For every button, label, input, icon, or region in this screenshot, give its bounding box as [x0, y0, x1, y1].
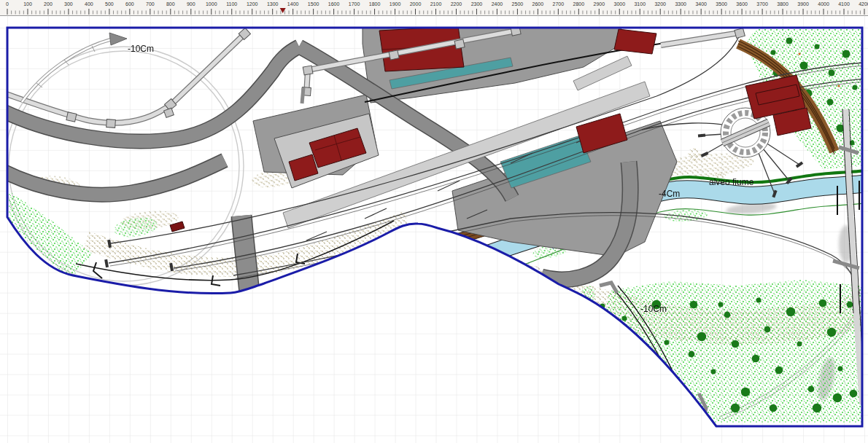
svg-text:2800: 2800 — [573, 1, 585, 7]
svg-text:2900: 2900 — [594, 1, 605, 7]
svg-text:2700: 2700 — [553, 1, 565, 7]
svg-text:2300: 2300 — [471, 1, 483, 7]
svg-text:3900: 3900 — [797, 1, 809, 7]
height-label-lower-right: -10Cm — [640, 304, 667, 314]
svg-text:3000: 3000 — [613, 1, 625, 7]
svg-text:2400: 2400 — [492, 1, 503, 7]
river-name-label: alveo fiume — [709, 177, 754, 187]
svg-text:3500: 3500 — [716, 1, 727, 7]
river-depth-label: -4Cm — [659, 189, 680, 199]
svg-text:4200: 4200 — [859, 1, 868, 7]
svg-text:1900: 1900 — [390, 1, 401, 7]
svg-text:700: 700 — [146, 1, 155, 7]
svg-text:300: 300 — [64, 1, 73, 7]
svg-text:4100: 4100 — [838, 1, 850, 7]
svg-text:1500: 1500 — [308, 1, 319, 7]
svg-text:1300: 1300 — [267, 1, 279, 7]
svg-text:3600: 3600 — [736, 1, 748, 7]
svg-text:3700: 3700 — [756, 1, 768, 7]
svg-text:3100: 3100 — [634, 1, 646, 7]
svg-text:1400: 1400 — [287, 1, 299, 7]
svg-text:2000: 2000 — [410, 1, 422, 7]
svg-text:2200: 2200 — [451, 1, 462, 7]
svg-text:800: 800 — [166, 1, 175, 7]
svg-text:1000: 1000 — [206, 1, 217, 7]
height-label-upper-left: -10Cm — [128, 44, 154, 54]
svg-text:1700: 1700 — [349, 1, 360, 7]
svg-text:200: 200 — [44, 1, 53, 7]
horizontal-ruler[interactable]: 0100200300400500600700800900100011001200… — [0, 0, 868, 16]
svg-text:3200: 3200 — [654, 1, 666, 7]
svg-text:100: 100 — [23, 1, 32, 7]
small-building-top-right — [614, 29, 656, 54]
svg-text:2500: 2500 — [512, 1, 524, 7]
svg-text:1600: 1600 — [328, 1, 340, 7]
svg-text:900: 900 — [187, 1, 195, 7]
svg-text:1100: 1100 — [226, 1, 237, 7]
svg-text:0: 0 — [6, 1, 9, 7]
svg-text:400: 400 — [85, 1, 93, 7]
svg-text:600: 600 — [125, 1, 134, 7]
svg-text:500: 500 — [105, 1, 114, 7]
svg-text:3400: 3400 — [695, 1, 707, 7]
svg-text:2100: 2100 — [430, 1, 442, 7]
svg-text:3800: 3800 — [777, 1, 788, 7]
svg-text:4000: 4000 — [818, 1, 829, 7]
svg-text:1200: 1200 — [247, 1, 258, 7]
svg-text:2600: 2600 — [532, 1, 544, 7]
svg-text:3300: 3300 — [675, 1, 686, 7]
svg-text:1800: 1800 — [369, 1, 381, 7]
track-plan-canvas[interactable]: 0100200300400500600700800900100011001200… — [0, 0, 868, 443]
